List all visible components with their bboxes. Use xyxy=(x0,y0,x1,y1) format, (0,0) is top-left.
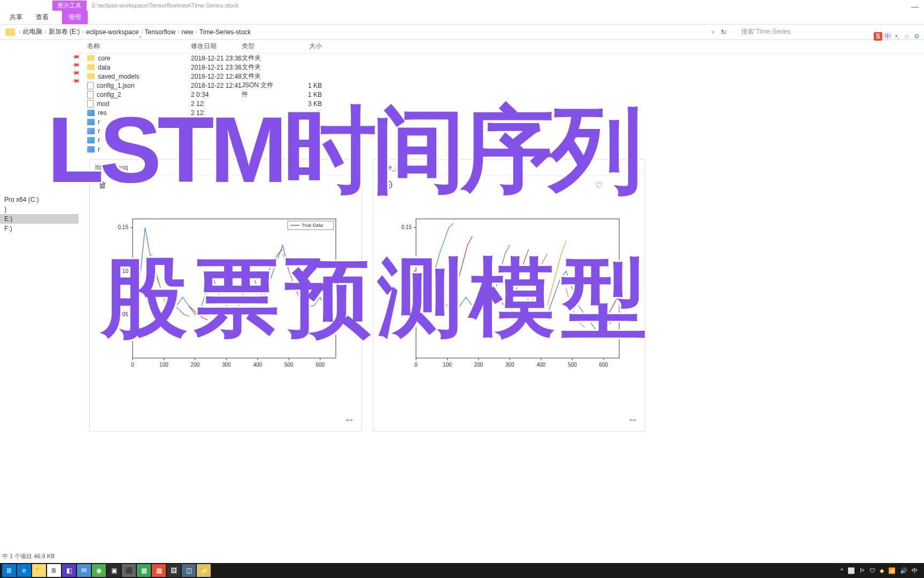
svg-text:500: 500 xyxy=(284,362,294,368)
ribbon-tab-share[interactable]: 共享 xyxy=(10,13,22,22)
ime-lang-icon[interactable]: 中 xyxy=(883,32,892,41)
col-header-type[interactable]: 类型 xyxy=(242,42,290,51)
folder-icon xyxy=(87,73,95,79)
svg-text:100: 100 xyxy=(443,362,452,368)
crumb-1[interactable]: 新加卷 (E:) xyxy=(49,27,80,36)
file-type: 文件夹 xyxy=(242,54,290,63)
tray-shield-icon[interactable]: 🛡 xyxy=(869,567,875,574)
app-icon[interactable]: ⬛ xyxy=(122,564,136,577)
tray-network-icon[interactable]: 📶 xyxy=(888,567,896,574)
svg-text:400: 400 xyxy=(253,362,263,368)
ime-sogou-icon[interactable]: S xyxy=(874,32,882,41)
file-row[interactable]: saved_models2018-12-22 12:48文件夹 xyxy=(79,72,924,81)
folder-icon xyxy=(5,28,15,36)
pin-icon: 📌 xyxy=(72,68,80,77)
titlebar: 图片工具 E:\eclipse-workspace\Tensorflow\new… xyxy=(0,0,924,11)
edge-icon[interactable]: e xyxy=(17,564,31,577)
folder-icon xyxy=(87,64,95,70)
file-row[interactable]: core2018-12-21 23:36文件夹 xyxy=(79,54,924,63)
svg-text:100: 100 xyxy=(159,362,168,368)
taskbar: ⊞ e 📁 🗎 ◧ ✉ ◉ ▣ ⬛ ▦ ▦ 🖼 ◫ 📁 ^ ⬜ 🏳 🛡 ◆ 📶 … xyxy=(0,563,924,578)
svg-text:0.15: 0.15 xyxy=(118,224,129,230)
breadcrumb[interactable]: › 此电脑 › 新加卷 (E:) › eclipse-workspace › T… xyxy=(19,27,710,36)
svg-text:0: 0 xyxy=(131,362,134,368)
app-icon[interactable]: 🗎 xyxy=(47,564,61,577)
ribbon: 共享 查看 管理 xyxy=(0,11,924,25)
explorer-icon[interactable]: 📁 xyxy=(32,564,46,577)
app-icon[interactable]: 📁 xyxy=(197,564,211,577)
column-headers: 名称 修改日期 类型 大小 xyxy=(79,40,924,54)
overlay-title-1: LSTM时间序列 xyxy=(47,88,638,214)
svg-text:400: 400 xyxy=(537,362,546,368)
ribbon-tab-view[interactable]: 查看 xyxy=(36,13,49,22)
crumb-5[interactable]: Time-Series-stock xyxy=(199,28,251,36)
title-tool-tab[interactable]: 图片工具 xyxy=(52,1,87,11)
app-icon[interactable]: ▦ xyxy=(137,564,151,577)
statusbar: 中 1 个项目 46.9 KB xyxy=(0,550,924,562)
app-icon[interactable]: ◫ xyxy=(182,564,196,577)
ribbon-tab-manage[interactable]: 管理 xyxy=(62,11,88,24)
svg-text:500: 500 xyxy=(568,362,577,368)
ime-settings-icon[interactable]: ⚙ xyxy=(912,32,921,41)
file-name: saved_models xyxy=(98,73,139,80)
minimize-icon[interactable]: — xyxy=(911,2,919,11)
ime-punct-icon[interactable]: •, xyxy=(893,32,902,41)
svg-text:0: 0 xyxy=(414,362,418,368)
chevron-right-icon: › xyxy=(82,29,83,35)
tray-up-icon[interactable]: ^ xyxy=(841,567,843,574)
start-button[interactable]: ⊞ xyxy=(2,564,16,577)
col-header-name[interactable]: 名称 xyxy=(79,42,191,51)
crumb-4[interactable]: new xyxy=(181,28,193,36)
app-icon[interactable]: ◉ xyxy=(92,564,106,577)
chevron-right-icon: › xyxy=(44,29,46,35)
file-row[interactable]: data2018-12-21 23:36文件夹 xyxy=(79,63,924,72)
svg-text:300: 300 xyxy=(222,362,231,368)
app-icon[interactable]: ◧ xyxy=(62,564,76,577)
app-icon[interactable]: ▣ xyxy=(107,564,121,577)
file-name: data xyxy=(98,64,110,71)
svg-text:600: 600 xyxy=(599,362,608,368)
pin-icons: 📌 📌 📌 📌 xyxy=(73,54,79,83)
folder-icon xyxy=(87,55,95,61)
svg-text:True Data: True Data xyxy=(302,223,323,228)
tray-volume-icon[interactable]: 🔊 xyxy=(900,567,907,574)
crumb-3[interactable]: Tensorflow xyxy=(145,28,175,36)
tray-action-icon[interactable]: ⬜ xyxy=(848,567,855,574)
file-name: core xyxy=(98,55,110,62)
svg-text:600: 600 xyxy=(315,362,325,368)
crumb-2[interactable]: eclipse-workspace xyxy=(86,28,139,36)
sidebar-item-e-drive[interactable]: E:) xyxy=(0,214,79,224)
tray-flag-icon[interactable]: 🏳 xyxy=(859,567,865,574)
title-path: E:\eclipse-workspace\Tensorflow\new\Time… xyxy=(92,2,238,9)
app-icon[interactable]: 🖼 xyxy=(167,564,181,577)
app-icon[interactable]: ▦ xyxy=(152,564,166,577)
ime-panel: S 中 •, ☺ ⚙ xyxy=(874,32,921,41)
chevron-right-icon: › xyxy=(19,29,21,35)
ime-emoji-icon[interactable]: ☺ xyxy=(903,32,911,41)
expand-icon[interactable]: ⤢ xyxy=(627,414,639,426)
refresh-icon[interactable]: ↻ xyxy=(721,28,726,36)
tray-lang[interactable]: 中 xyxy=(912,567,918,575)
pin-icon: 📌 xyxy=(72,60,80,69)
system-tray: ^ ⬜ 🏳 🛡 ◆ 📶 🔊 中 xyxy=(841,567,922,575)
col-header-date[interactable]: 修改日期 xyxy=(191,42,242,51)
expand-icon[interactable]: ⤢ xyxy=(343,414,356,426)
svg-text:0.15: 0.15 xyxy=(402,224,412,230)
col-header-size[interactable]: 大小 xyxy=(290,42,322,51)
svg-text:300: 300 xyxy=(505,362,514,368)
file-date: 2018-12-21 23:36 xyxy=(191,64,242,71)
crumb-0[interactable]: 此电脑 xyxy=(23,27,42,36)
chevron-down-icon[interactable]: v xyxy=(712,29,714,35)
chevron-right-icon: › xyxy=(141,29,142,35)
pin-icon: 📌 xyxy=(72,52,80,60)
file-date: 2018-12-22 12:48 xyxy=(191,73,242,80)
file-date: 2018-12-21 23:36 xyxy=(191,55,242,62)
sidebar-item-f-drive[interactable]: F:) xyxy=(0,224,79,233)
chevron-right-icon: › xyxy=(195,29,197,35)
chevron-right-icon: › xyxy=(178,29,179,35)
svg-text:200: 200 xyxy=(191,362,200,368)
app-icon[interactable]: ✉ xyxy=(77,564,91,577)
sort-indicator-icon: ^ xyxy=(139,35,142,41)
svg-text:200: 200 xyxy=(474,362,483,368)
tray-notify-icon[interactable]: ◆ xyxy=(880,567,884,574)
